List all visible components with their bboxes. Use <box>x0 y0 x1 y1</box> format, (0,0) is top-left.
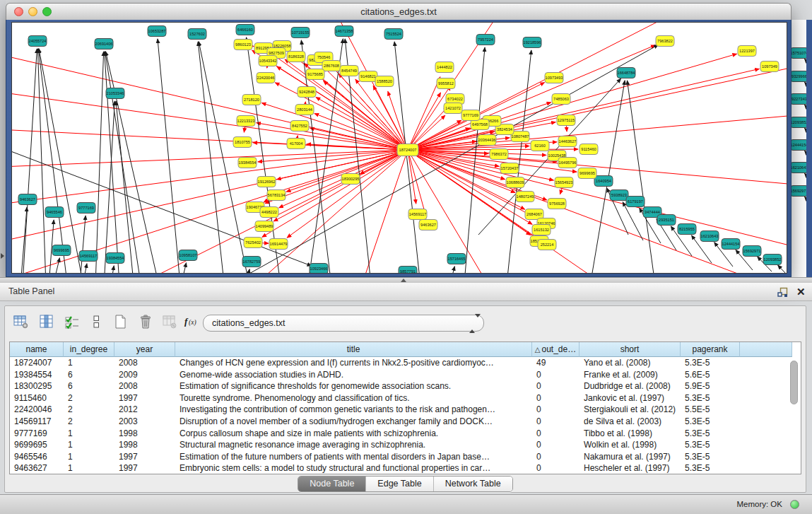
graph-node-selected[interactable]: 7963822 <box>656 36 674 47</box>
graph-node[interactable]: 14671358 <box>335 26 353 37</box>
table-row[interactable]: 1872400712008Changes of HCN gene express… <box>10 357 801 369</box>
graph-node[interactable]: 12444154 <box>790 140 808 151</box>
graph-node-selected[interactable]: 15654923 <box>555 177 573 188</box>
column-header-title[interactable]: title <box>175 342 532 357</box>
cell-pagerank[interactable]: 5.6E-5 <box>681 369 740 381</box>
cell-title[interactable]: Tourette syndrome. Phenomenology and cla… <box>175 392 532 404</box>
cell-out_de…[interactable]: 0 <box>532 416 579 428</box>
cell-pagerank[interactable]: 5.3E-5 <box>681 439 740 451</box>
graph-node[interactable]: 16648784 <box>617 68 635 78</box>
select-columns-button[interactable] <box>61 312 83 332</box>
close-panel-icon[interactable]: ✕ <box>796 285 806 299</box>
cell-title[interactable]: Estimation of significance thresholds fo… <box>175 380 532 392</box>
cell-year[interactable]: 2003 <box>114 416 175 428</box>
cell-out_de…[interactable]: 49 <box>532 357 579 369</box>
cell-out_de…[interactable]: 0 <box>532 392 579 404</box>
cell-short[interactable]: Franke et al. (2009) <box>579 369 681 381</box>
graph-node[interactable]: 10719155 <box>291 28 310 38</box>
graph-node-selected[interactable]: 19384554 <box>238 158 257 168</box>
cell-name[interactable]: 14569117 <box>10 416 64 428</box>
scrollbar-thumb[interactable] <box>790 361 798 404</box>
hidden-panel-arrow-icon[interactable] <box>1 253 4 259</box>
cell-name[interactable]: 19384554 <box>10 369 64 381</box>
graph-node-selected[interactable]: 18724007 <box>397 144 418 156</box>
attribute-table[interactable]: namein_degreeyeartitle△out_de…shortpager… <box>9 341 801 474</box>
graph-node-selected[interactable]: 9242848 <box>298 87 316 98</box>
graph-node-selected[interactable]: 4498222 <box>260 207 278 218</box>
graph-node-selected[interactable]: 16495796 <box>558 158 577 168</box>
cell-out_de…[interactable]: 0 <box>532 451 579 463</box>
cell-title[interactable]: Structural magnetic resonance image aver… <box>175 439 532 451</box>
graph-node-selected[interactable]: 10543342 <box>259 56 277 66</box>
table-row[interactable]: 946362711997Embryonic stem cells: a mode… <box>10 462 801 474</box>
cell-title[interactable]: Embryonic stem cells: a model to study s… <box>175 462 532 474</box>
cell-pagerank[interactable]: 5.3E-5 <box>681 392 740 404</box>
graph-node[interactable]: 9777169 <box>77 203 95 214</box>
table-header-row[interactable]: namein_degreeyeartitle△out_de…shortpager… <box>10 342 801 357</box>
tab-network-table[interactable]: Network Table <box>433 477 512 491</box>
table-row[interactable]: 1456911722003Disruption of a novel membe… <box>10 416 801 428</box>
graph-node-selected[interactable]: 14099489 <box>255 221 273 232</box>
cell-year[interactable]: 1998 <box>114 439 175 451</box>
cell-year[interactable]: 2008 <box>114 380 175 392</box>
cell-pagerank[interactable]: 5.5E-5 <box>681 404 740 416</box>
graph-node[interactable]: 2935151 <box>657 215 676 226</box>
cell-pagerank[interactable]: 5.3E-5 <box>681 451 740 463</box>
cell-title[interactable]: Disruption of a novel member of a sodium… <box>175 416 532 428</box>
graph-node[interactable]: 9699695 <box>52 245 71 256</box>
graph-node[interactable]: 15751074 <box>790 48 808 59</box>
cell-pagerank[interactable]: 5.3E-5 <box>681 428 740 440</box>
minimize-traffic-light[interactable] <box>28 7 37 16</box>
column-header-year[interactable]: year <box>114 342 175 357</box>
graph-node-selected[interactable]: 1221397 <box>738 46 756 57</box>
graph-node-selected[interactable]: 19126962 <box>257 177 276 187</box>
graph-node[interactable]: 6179197 <box>626 197 645 207</box>
combobox-stepper-icon[interactable] <box>469 317 476 330</box>
graph-node[interactable]: 12093852 <box>763 255 782 265</box>
table-row[interactable]: 2242004622012Investigating the contribut… <box>10 404 801 416</box>
cell-year[interactable]: 2008 <box>114 357 175 369</box>
graph-node-selected[interactable]: 1615132 <box>532 225 551 235</box>
cell-title[interactable]: Corpus callosum shape and size in male p… <box>175 428 532 440</box>
graph-node-selected[interactable]: 1444822 <box>435 62 454 73</box>
graph-node-selected[interactable]: 62160 <box>531 141 549 151</box>
graph-node-selected[interactable]: 9777169 <box>461 110 480 121</box>
table-settings-button[interactable] <box>11 312 32 332</box>
column-header-out_de…[interactable]: △out_de… <box>532 342 579 357</box>
graph-node-selected[interactable]: 2803144 <box>295 105 314 115</box>
graph-node-selected[interactable]: 1810755 <box>233 137 252 148</box>
graph-node-selected[interactable]: 12975115 <box>557 115 575 126</box>
cell-title[interactable]: Estimation of the future numbers of pati… <box>175 451 532 463</box>
cell-short[interactable]: Jankovic et al. (1997) <box>579 392 681 404</box>
cell-in_degree[interactable]: 6 <box>64 369 114 381</box>
graph-node[interactable]: 8215955 <box>678 224 696 235</box>
cell-in_degree[interactable]: 1 <box>64 451 114 463</box>
cell-name[interactable]: 9465546 <box>10 451 64 463</box>
graph-node[interactable]: 16210643 <box>790 163 808 173</box>
graph-node[interactable]: 16782759 <box>242 257 261 267</box>
cell-name[interactable]: 9699695 <box>10 439 64 451</box>
graph-node-selected[interactable]: 9699695 <box>578 168 596 179</box>
cell-short[interactable]: Nakamura et al. (1997) <box>579 451 681 463</box>
cell-out_de…[interactable]: 0 <box>532 369 579 381</box>
graph-node[interactable]: 10923466 <box>310 264 328 274</box>
function-builder-button[interactable]: f(x) <box>182 312 203 332</box>
vertical-scrollbar[interactable] <box>790 359 799 472</box>
graph-node[interactable]: 10958107 <box>179 250 197 261</box>
cell-in_degree[interactable]: 6 <box>64 380 114 392</box>
table-row[interactable]: 946554611997Estimation of the future num… <box>10 451 801 463</box>
tab-group[interactable]: Node TableEdge TableNetwork Table <box>298 476 512 492</box>
graph-node-selected[interactable]: 7625402 <box>244 238 262 248</box>
graph-node-selected[interactable]: 8427552 <box>290 121 309 132</box>
graph-node[interactable]: 16210643 <box>700 231 719 242</box>
graph-node[interactable]: 20691406 <box>95 39 113 49</box>
graph-node-selected[interactable]: 417004 <box>287 139 305 149</box>
column-header-name[interactable]: name <box>10 342 64 357</box>
cell-out_de…[interactable]: 0 <box>532 439 579 451</box>
table-row[interactable]: 1830029562008Estimation of significance … <box>10 380 801 392</box>
cell-title[interactable]: Investigating the contribution of common… <box>175 404 532 416</box>
graph-node-selected[interactable]: 1421072 <box>444 103 462 114</box>
graph-node-selected[interactable]: 2718120 <box>242 95 261 105</box>
graph-node[interactable]: 15692971 <box>743 246 761 257</box>
graph-node[interactable]: 14569117 <box>79 251 98 262</box>
